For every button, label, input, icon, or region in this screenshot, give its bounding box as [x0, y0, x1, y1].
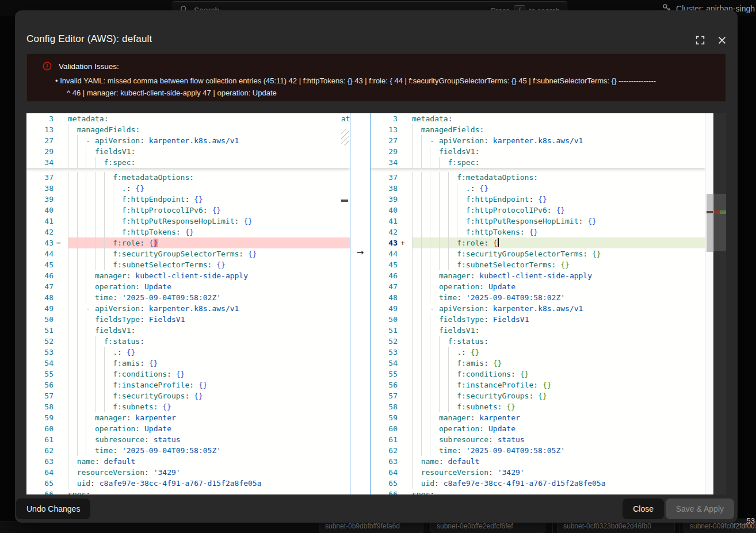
code-line[interactable]: 54f:amis: {} — [371, 358, 705, 369]
code-line[interactable]: 64resourceVersion: '3429' — [371, 467, 705, 478]
code-line[interactable]: 39f:httpEndpoint: {} — [371, 194, 705, 205]
revert-change-arrow-button[interactable]: → — [353, 247, 367, 258]
code-line[interactable]: 45f:subnetSelectorTerms: {} — [371, 259, 705, 270]
code-line[interactable]: 58f:subnets: {} — [26, 401, 350, 412]
code-line[interactable]: 53.: {} — [371, 347, 705, 358]
colon: : — [475, 147, 480, 156]
code-line[interactable]: 50fieldsType: FieldsV1 — [26, 314, 350, 325]
yaml-key: f:securityGroupSelectorTerms — [113, 250, 239, 258]
sticky-line[interactable]: 13managedFields: — [371, 124, 705, 135]
code-line[interactable]: 44f:securityGroupSelectorTerms: {} — [26, 248, 350, 259]
code-line[interactable]: 52f:status: — [371, 336, 705, 347]
overview-slider[interactable] — [713, 194, 726, 251]
code-line[interactable]: 54f:amis: {} — [26, 358, 350, 369]
code-line[interactable]: 48time: '2025-09-04T09:58:02Z' — [371, 292, 705, 303]
code-line[interactable]: 40f:httpProtocolIPv6: {} — [371, 205, 705, 216]
diff-overview-ruler[interactable] — [713, 113, 726, 494]
sticky-line[interactable]: 29fieldsV1: — [26, 146, 350, 157]
code-line[interactable]: 62time: '2025-09-04T09:58:05Z' — [371, 445, 705, 456]
scrollbar-thumb[interactable] — [707, 194, 713, 252]
colon: : — [479, 125, 484, 134]
code-line[interactable]: 57f:securityGroups: {} — [371, 390, 705, 401]
sticky-line[interactable]: 3metadata: — [26, 113, 350, 124]
undo-changes-button[interactable]: Undo Changes — [16, 499, 90, 519]
code-line[interactable]: 65uid: c8afe97e-38cc-4f91-a767-d15f2a8fe… — [371, 478, 705, 489]
code-line[interactable]: 63name: default — [26, 456, 350, 467]
code-line[interactable]: 48time: '2025-09-04T09:58:02Z' — [26, 292, 350, 303]
diff-pane-modified[interactable]: 3metadata:13managedFields:27- apiVersion… — [371, 113, 705, 494]
code-line[interactable]: 49- apiVersion: karpenter.k8s.aws/v1 — [371, 303, 705, 314]
code-line[interactable]: 37f:metadataOptions: — [371, 172, 705, 183]
code-area-modified[interactable]: 37f:metadataOptions:38.: {}39f:httpEndpo… — [371, 168, 705, 494]
code-line[interactable]: 65uid: c8afe97e-38cc-4f91-a767-d15f2a8fe… — [26, 478, 350, 489]
code-line[interactable]: 66spec: — [371, 489, 705, 494]
code-line[interactable]: 50fieldsType: FieldsV1 — [371, 314, 705, 325]
code-line[interactable]: 43+f:role: { — [371, 237, 705, 248]
colon: : — [484, 304, 488, 313]
code-line[interactable]: 38.: {} — [371, 183, 705, 194]
code-line[interactable]: 61subresource: status — [26, 434, 350, 445]
code-line[interactable]: 43−f:role: {} — [26, 237, 350, 248]
yaml-value: {} — [592, 250, 601, 258]
line-number: 42 — [371, 227, 398, 237]
code-line[interactable]: 41f:httpPutResponseHopLimit: {} — [371, 216, 705, 227]
code-line[interactable]: 64resourceVersion: '3429' — [26, 467, 350, 478]
code-line[interactable]: 51fieldsV1: — [371, 325, 705, 336]
code-line[interactable]: 47operation: Update — [26, 281, 350, 292]
vertical-scrollbar[interactable] — [705, 113, 713, 494]
yaml-value: { — [149, 239, 154, 247]
code-line[interactable]: 52f:status: — [26, 336, 350, 347]
code-line[interactable]: 38.: {} — [26, 183, 350, 194]
code-line[interactable]: 53.: {} — [26, 347, 350, 358]
sticky-line[interactable]: 27- apiVersion: karpenter.k8s.aws/v1 — [371, 135, 705, 146]
yaml-key: f:httpEndpoint — [466, 195, 529, 204]
code-line[interactable]: 57f:securityGroups: {} — [26, 390, 350, 401]
save-apply-button[interactable]: Save & Apply — [666, 499, 734, 519]
column-divider — [552, 522, 553, 533]
code-line[interactable]: 49- apiVersion: karpenter.k8s.aws/v1 — [26, 303, 350, 314]
code-line[interactable]: 46manager: kubectl-client-side-apply — [371, 270, 705, 281]
sticky-line[interactable]: 27- apiVersion: karpenter.k8s.aws/v1 — [26, 135, 350, 146]
code-line[interactable]: 60operation: Update — [26, 423, 350, 434]
indent-guides — [412, 216, 466, 227]
code-line[interactable]: 37f:metadataOptions: — [26, 172, 350, 183]
line-content: f:subnets: {} — [412, 401, 705, 412]
code-line[interactable]: 66spec: — [26, 489, 350, 494]
code-line[interactable]: 62time: '2025-09-04T09:58:05Z' — [26, 445, 350, 456]
sticky-line[interactable]: 3metadata: — [371, 113, 705, 124]
code-line[interactable]: 45f:subnetSelectorTerms: {} — [26, 259, 350, 270]
code-line[interactable]: 55f:conditions: {} — [26, 369, 350, 379]
code-area-original[interactable]: 37f:metadataOptions:38.: {}39f:httpEndpo… — [26, 168, 350, 494]
code-line[interactable]: 42f:httpTokens: {} — [371, 227, 705, 237]
code-line[interactable]: 55f:conditions: {} — [371, 369, 705, 379]
yaml-value: '2025-09-04T09:58:02Z' — [122, 293, 221, 302]
code-line[interactable]: 51fieldsV1: — [26, 325, 350, 336]
code-line[interactable]: 42f:httpTokens: {} — [26, 227, 350, 237]
code-line[interactable]: 61subresource: status — [371, 434, 705, 445]
code-line[interactable]: 39f:httpEndpoint: {} — [26, 194, 350, 205]
code-line[interactable]: 46manager: kubectl-client-side-apply — [26, 270, 350, 281]
yaml-value: status — [154, 435, 181, 444]
colon: : — [95, 457, 100, 466]
code-line[interactable]: 40f:httpProtocolIPv6: {} — [26, 205, 350, 216]
expand-icon[interactable] — [694, 34, 707, 47]
code-line[interactable]: 60operation: Update — [371, 423, 705, 434]
sticky-line[interactable]: 34f:spec: — [26, 157, 350, 168]
sticky-line[interactable]: 29fieldsV1: — [371, 146, 705, 157]
close-button[interactable]: Close — [623, 499, 664, 519]
code-line[interactable]: 59manager: karpenter — [26, 412, 350, 423]
code-line[interactable]: 59manager: karpenter — [371, 412, 705, 423]
code-line[interactable]: 58f:subnets: {} — [371, 401, 705, 412]
column-divider — [426, 522, 426, 533]
code-line[interactable]: 44f:securityGroupSelectorTerms: {} — [371, 248, 705, 259]
space — [243, 250, 248, 258]
code-line[interactable]: 63name: default — [371, 456, 705, 467]
close-icon[interactable] — [716, 34, 728, 47]
sticky-line[interactable]: 13managedFields: — [26, 124, 350, 135]
code-line[interactable]: 47operation: Update — [371, 281, 705, 292]
code-line[interactable]: 56f:instanceProfile: {} — [26, 379, 350, 390]
diff-pane-original[interactable]: 3metadata:13managedFields:27- apiVersion… — [26, 113, 350, 494]
sticky-line[interactable]: 34f:spec: — [371, 157, 705, 168]
code-line[interactable]: 56f:instanceProfile: {} — [371, 379, 705, 390]
code-line[interactable]: 41f:httpPutResponseHopLimit: {} — [26, 216, 350, 227]
